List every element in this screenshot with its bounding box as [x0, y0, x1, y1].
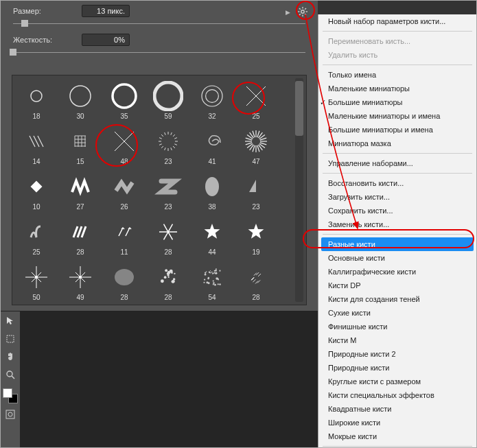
- brush-preset[interactable]: 15: [59, 123, 102, 167]
- menu-item[interactable]: Основные кисти: [318, 251, 476, 265]
- brush-size-label: 11: [120, 248, 128, 256]
- menu-item[interactable]: Природные кисти 2: [318, 347, 476, 361]
- brush-thumb-icon: [241, 217, 271, 247]
- brush-preset[interactable]: 28: [147, 214, 189, 258]
- menu-item-label: Сухие кисти: [328, 309, 371, 317]
- brush-preset[interactable]: 48: [103, 123, 146, 167]
- menu-item[interactable]: Квадратные кисти: [318, 402, 476, 416]
- menu-item[interactable]: Кисти специальных эффектов: [318, 388, 476, 402]
- brush-preset[interactable]: 25: [235, 78, 277, 122]
- brush-preset[interactable]: 28: [147, 259, 189, 302]
- svg-line-45: [174, 137, 177, 139]
- brush-preset[interactable]: 28: [235, 259, 277, 302]
- brush-preset[interactable]: 44: [191, 214, 233, 258]
- menu-item[interactable]: Только имена: [318, 68, 476, 82]
- foreground-swatch[interactable]: [3, 388, 12, 398]
- dropdown-arrow-icon[interactable]: ▶: [286, 9, 290, 16]
- brush-preset[interactable]: 18: [15, 78, 58, 122]
- scroll-thumb[interactable]: [295, 81, 303, 136]
- size-slider[interactable]: [13, 20, 305, 25]
- zoom-icon[interactable]: [3, 368, 17, 381]
- menu-item[interactable]: Кисти M: [318, 333, 476, 347]
- svg-point-115: [204, 279, 205, 280]
- brush-preset[interactable]: 54: [191, 259, 233, 302]
- menu-item-label: Широкие кисти: [328, 418, 380, 427]
- brush-preset[interactable]: 50: [15, 259, 58, 302]
- menu-item[interactable]: Новый набор параметров кисти...: [318, 14, 476, 28]
- brush-preset[interactable]: 26: [103, 169, 146, 213]
- gear-icon[interactable]: [296, 5, 310, 19]
- hardness-row: Жесткость: 0%: [1, 30, 318, 46]
- svg-rect-66: [31, 180, 43, 192]
- menu-item[interactable]: Маленькие миниатюры: [318, 82, 476, 95]
- svg-line-32: [173, 146, 175, 148]
- brush-preset[interactable]: 28: [103, 259, 146, 302]
- hardness-value[interactable]: 0%: [82, 34, 130, 46]
- svg-line-76: [168, 224, 173, 231]
- mask-mode-icon[interactable]: [3, 408, 17, 421]
- brush-preset[interactable]: 28: [59, 214, 102, 258]
- size-value[interactable]: 13 пикс.: [82, 5, 130, 17]
- menu-item-label: Сохранить кисти...: [328, 207, 393, 215]
- menu-item[interactable]: Большие миниатюры и имена: [318, 123, 476, 137]
- brush-size-label: 18: [32, 113, 40, 120]
- brush-preset[interactable]: 49: [59, 259, 102, 302]
- brush-preset[interactable]: 47: [235, 123, 277, 167]
- brush-preset[interactable]: 14: [15, 123, 58, 167]
- size-row: Размер: 13 пикс.: [1, 1, 318, 17]
- brush-preset[interactable]: 19: [235, 214, 277, 258]
- svg-point-101: [173, 278, 175, 280]
- svg-point-129: [214, 283, 216, 285]
- menu-item[interactable]: Финишные кисти: [318, 320, 476, 333]
- menu-item[interactable]: Сухие кисти: [318, 306, 476, 320]
- menu-item[interactable]: Каллиграфические кисти: [318, 265, 476, 279]
- svg-point-140: [209, 272, 211, 273]
- canvas[interactable]: [20, 311, 318, 448]
- brush-preset[interactable]: 10: [15, 169, 58, 213]
- menu-item[interactable]: Маленькие миниатюры и имена: [318, 109, 476, 123]
- svg-rect-153: [6, 410, 14, 418]
- brush-preset[interactable]: 32: [191, 78, 233, 122]
- color-swatches[interactable]: [3, 388, 18, 403]
- menu-item[interactable]: Заменить кисти...: [318, 217, 476, 231]
- brush-preset[interactable]: 23: [147, 169, 189, 213]
- tools-strip: [1, 311, 20, 448]
- marquee-icon[interactable]: [3, 332, 17, 346]
- brush-preset[interactable]: 23: [235, 169, 277, 213]
- brush-preset[interactable]: 30: [59, 78, 102, 122]
- svg-rect-150: [7, 335, 14, 342]
- menu-item[interactable]: Кисти DP: [318, 279, 476, 292]
- brush-preset[interactable]: 27: [59, 169, 102, 213]
- hand-icon[interactable]: [3, 350, 17, 364]
- menu-item[interactable]: Круглые кисти с размером: [318, 375, 476, 388]
- menu-item[interactable]: Разные кисти: [321, 237, 474, 251]
- brush-scrollbar[interactable]: [295, 78, 303, 302]
- menu-item[interactable]: Загрузить кисти...: [318, 190, 476, 204]
- menu-item[interactable]: Природные кисти: [318, 361, 476, 375]
- brush-preset[interactable]: 35: [103, 78, 146, 122]
- brush-preset[interactable]: 59: [147, 78, 189, 122]
- svg-marker-77: [205, 224, 220, 239]
- menu-item[interactable]: Миниатюра мазка: [318, 137, 476, 150]
- svg-line-5: [299, 8, 301, 10]
- menu-item[interactable]: Мокрые кисти: [318, 429, 476, 443]
- brush-grid: 1830355932251415482341471027262338232528…: [12, 75, 307, 305]
- svg-line-41: [165, 132, 166, 135]
- brush-thumb-icon: [153, 81, 183, 111]
- brush-preset[interactable]: 23: [147, 123, 189, 167]
- arrow-cursor-icon[interactable]: [3, 314, 17, 328]
- menu-item[interactable]: Широкие кисти: [318, 416, 476, 429]
- brush-size-label: 47: [252, 158, 259, 165]
- svg-point-13: [202, 86, 222, 106]
- brush-preset[interactable]: 25: [15, 214, 58, 258]
- menu-item[interactable]: Сохранить кисти...: [318, 204, 476, 217]
- hardness-slider[interactable]: [13, 49, 305, 54]
- brush-preset[interactable]: 11: [103, 214, 146, 258]
- brush-preset[interactable]: 38: [191, 169, 233, 213]
- brush-thumb-icon: [153, 172, 183, 202]
- brush-preset[interactable]: 41: [191, 123, 233, 167]
- menu-item[interactable]: Кисти для создания теней: [318, 292, 476, 306]
- menu-item[interactable]: Управление наборами...: [318, 156, 476, 170]
- menu-item[interactable]: ✓Большие миниатюры: [318, 95, 476, 109]
- menu-item[interactable]: Восстановить кисти...: [318, 176, 476, 190]
